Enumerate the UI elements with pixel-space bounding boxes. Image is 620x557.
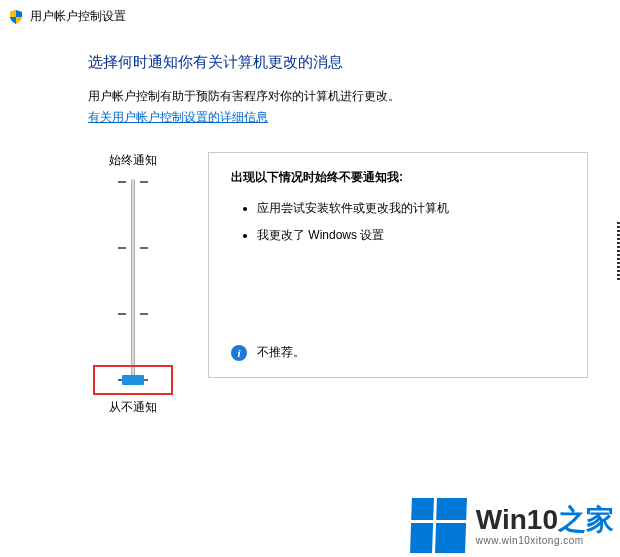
main-content: 选择何时通知你有关计算机更改的消息 用户帐户控制有助于预防有害程序对你的计算机进… — [0, 33, 620, 416]
slider-track — [131, 179, 135, 385]
slider-column: 始终通知 从不通知 — [88, 152, 178, 416]
slider-label-top: 始终通知 — [109, 152, 157, 169]
slider-label-bottom: 从不通知 — [109, 399, 157, 416]
slider-tick — [118, 313, 148, 314]
window-titlebar: 用户帐户控制设置 — [0, 0, 620, 33]
help-link[interactable]: 有关用户帐户控制设置的详细信息 — [88, 109, 268, 126]
panel-heading: 出现以下情况时始终不要通知我: — [231, 169, 569, 186]
info-icon: i — [231, 345, 247, 361]
slider-thumb[interactable] — [122, 375, 144, 385]
panel-list-item: 我更改了 Windows 设置 — [257, 227, 569, 244]
panel-footer: i 不推荐。 — [231, 344, 305, 361]
window-title: 用户帐户控制设置 — [30, 8, 126, 25]
slider-area: 始终通知 从不通知 出现以下情况时始终不要通知我: 应用尝试安装软件或更改我的计… — [88, 152, 610, 416]
page-description: 用户帐户控制有助于预防有害程序对你的计算机进行更改。 — [88, 88, 610, 105]
page-heading: 选择何时通知你有关计算机更改的消息 — [88, 53, 610, 72]
windows-logo-icon — [410, 498, 467, 553]
slider-tick — [118, 247, 148, 248]
panel-list: 应用尝试安装软件或更改我的计算机 我更改了 Windows 设置 — [231, 200, 569, 244]
info-panel: 出现以下情况时始终不要通知我: 应用尝试安装软件或更改我的计算机 我更改了 Wi… — [208, 152, 588, 378]
watermark: Win10之家 www.win10xitong.com — [411, 498, 614, 553]
panel-list-item: 应用尝试安装软件或更改我的计算机 — [257, 200, 569, 217]
shield-icon — [8, 9, 24, 25]
panel-note: 不推荐。 — [257, 344, 305, 361]
watermark-url: www.win10xitong.com — [476, 536, 614, 546]
uac-slider[interactable] — [103, 179, 163, 385]
slider-tick — [118, 181, 148, 182]
watermark-brand: Win10之家 — [476, 506, 614, 534]
watermark-text: Win10之家 www.win10xitong.com — [476, 506, 614, 546]
